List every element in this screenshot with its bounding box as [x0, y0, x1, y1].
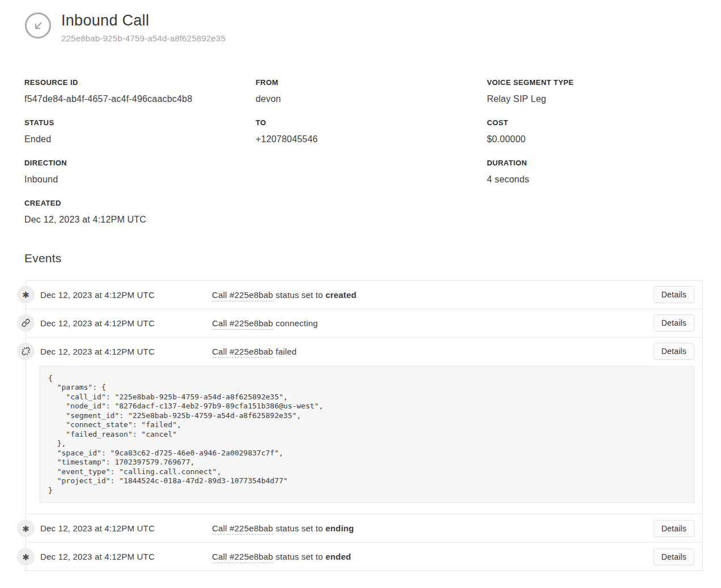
details-button[interactable]: Details: [654, 520, 694, 537]
field-label: RESOURCE ID: [24, 78, 256, 87]
event-row: ✱ Dec 12, 2023 at 4:12PM UTC Call #225e8…: [26, 281, 702, 309]
event-description-text: status set to: [275, 290, 323, 300]
field-value: $0.00000: [487, 134, 721, 144]
field-label: DIRECTION: [24, 159, 256, 167]
asterisk-icon: ✱: [17, 286, 35, 304]
event-description-text: status set to: [275, 523, 323, 533]
event-item: Dec 12, 2023 at 4:12PM UTC Call #225e8ba…: [26, 309, 702, 337]
field-from: FROM devon: [256, 78, 487, 104]
field-label: DURATION: [487, 159, 721, 167]
event-status-word: ended: [325, 552, 351, 561]
field-status: STATUS Ended: [24, 118, 256, 144]
call-link[interactable]: Call #225e8bab: [212, 318, 273, 330]
details-button[interactable]: Details: [654, 343, 694, 360]
asterisk-icon: ✱: [17, 519, 35, 537]
event-description: Call #225e8bab connecting: [212, 318, 654, 328]
event-timestamp: Dec 12, 2023 at 4:12PM UTC: [40, 552, 212, 561]
field-voice-segment-type: VOICE SEGMENT TYPE Relay SIP Leg: [487, 78, 721, 104]
call-link[interactable]: Call #225e8bab: [212, 552, 273, 563]
call-details-grid: RESOURCE ID f547de84-ab4f-4657-ac4f-496c…: [0, 78, 721, 239]
details-column-1: RESOURCE ID f547de84-ab4f-4657-ac4f-496c…: [24, 78, 256, 239]
asterisk-icon: ✱: [17, 548, 35, 565]
details-button[interactable]: Details: [654, 286, 694, 303]
field-value: +12078045546: [256, 134, 487, 144]
details-button[interactable]: Details: [654, 314, 694, 331]
field-cost: COST $0.00000: [487, 118, 721, 144]
event-description: Call #225e8bab status set to ending: [212, 523, 654, 533]
event-description: Call #225e8bab status set to ended: [212, 552, 654, 561]
field-value: devon: [256, 94, 487, 104]
event-row: Dec 12, 2023 at 4:12PM UTC Call #225e8ba…: [26, 338, 702, 365]
event-timestamp: Dec 12, 2023 at 4:12PM UTC: [40, 290, 212, 300]
broken-link-icon: [17, 343, 35, 360]
call-link[interactable]: Call #225e8bab: [212, 290, 273, 301]
event-status-word: created: [325, 290, 357, 300]
details-column-2: FROM devon TO +12078045546: [256, 78, 487, 239]
inbound-call-icon: [25, 12, 51, 39]
event-description: Call #225e8bab status set to created: [212, 290, 654, 300]
field-label: TO: [256, 118, 487, 127]
field-value: Relay SIP Leg: [487, 94, 721, 104]
page-title: Inbound Call: [61, 12, 226, 29]
field-value: f547de84-ab4f-4657-ac4f-496caacbc4b8: [24, 94, 256, 104]
field-resource-id: RESOURCE ID f547de84-ab4f-4657-ac4f-496c…: [24, 78, 256, 104]
event-description-text: connecting: [275, 318, 318, 328]
field-direction: DIRECTION Inbound: [24, 159, 256, 185]
details-button[interactable]: Details: [654, 548, 694, 565]
event-payload-json: { "params": { "call_id": "225e8bab-925b-…: [40, 366, 694, 504]
field-label: CREATED: [24, 199, 256, 207]
field-value: Ended: [24, 134, 256, 144]
call-uuid: 225e8bab-925b-4759-a54d-a8f625892e35: [61, 33, 226, 43]
details-column-3: VOICE SEGMENT TYPE Relay SIP Leg COST $0…: [487, 78, 721, 239]
event-row: Dec 12, 2023 at 4:12PM UTC Call #225e8ba…: [26, 309, 702, 337]
link-icon: [17, 314, 35, 332]
event-item: Dec 12, 2023 at 4:12PM UTC Call #225e8ba…: [26, 337, 702, 504]
field-label: COST: [487, 118, 721, 127]
event-row: ✱ Dec 12, 2023 at 4:12PM UTC Call #225e8…: [26, 514, 702, 542]
event-item: ✱ Dec 12, 2023 at 4:12PM UTC Call #225e8…: [26, 281, 702, 309]
events-heading: Events: [24, 252, 721, 265]
event-item: ✱ Dec 12, 2023 at 4:12PM UTC Call #225e8…: [26, 542, 702, 570]
event-description-text: status set to: [275, 552, 323, 561]
field-value: Inbound: [24, 174, 256, 185]
event-timestamp: Dec 12, 2023 at 4:12PM UTC: [40, 523, 212, 533]
events-table: ✱ Dec 12, 2023 at 4:12PM UTC Call #225e8…: [26, 280, 703, 572]
field-label: STATUS: [24, 118, 256, 127]
event-status-word: ending: [325, 523, 354, 533]
event-row: ✱ Dec 12, 2023 at 4:12PM UTC Call #225e8…: [26, 543, 702, 570]
field-label: VOICE SEGMENT TYPE: [487, 78, 721, 87]
field-value: Dec 12, 2023 at 4:12PM UTC: [24, 215, 256, 225]
field-label: FROM: [256, 78, 487, 87]
event-description-text: failed: [275, 347, 296, 356]
field-duration: DURATION 4 seconds: [487, 159, 721, 185]
event-description: Call #225e8bab failed: [212, 347, 654, 356]
page-header: Inbound Call 225e8bab-925b-4759-a54d-a8f…: [0, 0, 721, 43]
call-link[interactable]: Call #225e8bab: [212, 523, 273, 535]
field-value: 4 seconds: [487, 174, 721, 185]
field-created: CREATED Dec 12, 2023 at 4:12PM UTC: [24, 199, 256, 225]
event-timestamp: Dec 12, 2023 at 4:12PM UTC: [40, 318, 212, 328]
event-timestamp: Dec 12, 2023 at 4:12PM UTC: [40, 347, 212, 356]
field-to: TO +12078045546: [256, 118, 487, 144]
call-link[interactable]: Call #225e8bab: [212, 347, 273, 358]
event-item: ✱ Dec 12, 2023 at 4:12PM UTC Call #225e8…: [26, 514, 702, 542]
